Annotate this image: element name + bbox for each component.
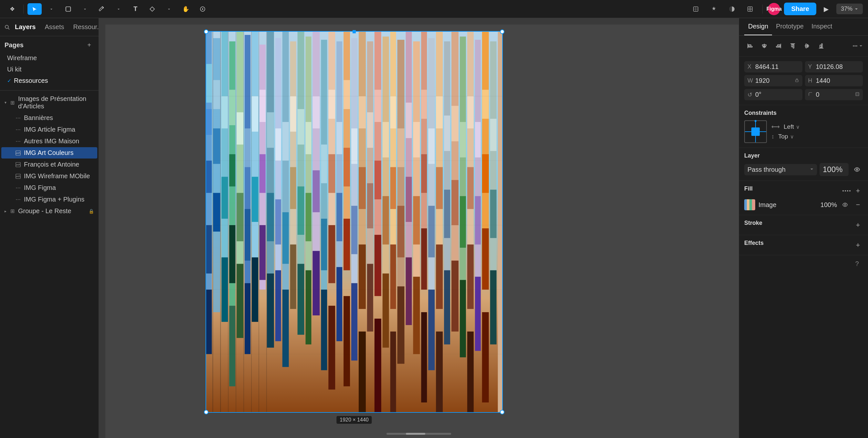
align-bottom-btn[interactable] xyxy=(815,40,827,52)
canvas-scrollbar[interactable] xyxy=(386,433,451,435)
fill-swatch[interactable] xyxy=(744,199,755,210)
w-field[interactable]: W 1920 xyxy=(744,75,802,86)
align-right-btn[interactable] xyxy=(773,40,784,52)
lock-ratio-icon[interactable] xyxy=(795,78,799,84)
fill-remove-btn[interactable]: − xyxy=(853,200,863,210)
corner-handle-br[interactable] xyxy=(500,410,504,414)
align-center-h-btn[interactable] xyxy=(758,40,770,52)
horizontal-constraint[interactable]: ⟷ Left ∨ xyxy=(771,123,800,130)
svg-rect-135 xyxy=(406,258,412,325)
vertical-constraint[interactable]: ↕ Top ∨ xyxy=(771,133,800,140)
user-avatar[interactable]: Figma xyxy=(768,3,780,15)
layer-img-figma-plugins[interactable]: ⋯ IMG Figma + Plugins xyxy=(1,194,97,205)
mid-top-handle[interactable] xyxy=(352,30,356,33)
y-field[interactable]: Y 10126.08 xyxy=(805,61,863,72)
plugins-tool[interactable] xyxy=(707,3,721,15)
svg-rect-98 xyxy=(343,148,350,187)
svg-rect-144 xyxy=(421,312,427,402)
zoom-button[interactable]: 37% xyxy=(836,4,863,14)
layer-visibility-btn[interactable] xyxy=(851,164,863,175)
play-button[interactable]: ▶ xyxy=(820,3,833,15)
canvas-scrollbar-thumb[interactable] xyxy=(406,433,425,435)
right-panel: Design Prototype Inspect xyxy=(739,18,868,438)
pen-tool[interactable] xyxy=(95,3,109,15)
community-tool[interactable]: ❖ xyxy=(5,3,20,15)
align-left-btn[interactable] xyxy=(744,40,756,52)
align-more-btn[interactable] xyxy=(852,43,863,49)
canvas-frame[interactable]: 1920 × 1440 xyxy=(206,31,503,413)
corner-handle-tl[interactable] xyxy=(204,29,209,34)
page-wireframe[interactable]: Wireframe xyxy=(4,52,94,64)
tab-layers[interactable]: Layers xyxy=(11,21,40,33)
svg-rect-66 xyxy=(282,290,289,367)
svg-rect-42 xyxy=(237,264,243,338)
svg-rect-132 xyxy=(406,32,412,276)
crop-tool[interactable] xyxy=(743,3,757,15)
canvas-area[interactable]: 1920 × 1440 xyxy=(99,18,739,438)
corner-handle-bl[interactable] xyxy=(204,410,209,414)
fill-title: Fill xyxy=(744,185,753,192)
fill-visibility-btn[interactable] xyxy=(840,200,850,210)
x-field[interactable]: X 8464.11 xyxy=(744,61,802,72)
layer-img-article-figma[interactable]: ⋯ IMG Article Figma xyxy=(1,124,97,135)
page-uikit[interactable]: Ui kit xyxy=(4,64,94,75)
svg-rect-225 xyxy=(747,199,749,210)
rotation-field[interactable]: ↺ 0° xyxy=(744,89,802,100)
layer-group-images[interactable]: ▾ ⊞ Images de Présentation d'Articles xyxy=(0,93,99,112)
share-button[interactable]: Share xyxy=(784,3,816,15)
text-tool[interactable]: T xyxy=(128,3,143,15)
select-tool-more[interactable] xyxy=(44,3,59,15)
layer-group-reste[interactable]: ▸ ⊞ Groupe - Le Reste 🔒 xyxy=(0,205,99,217)
layer-autres-img[interactable]: ⋯ Autres IMG Maison xyxy=(1,136,97,147)
layer-img-wireframe-mobile-icon xyxy=(15,173,21,179)
svg-rect-174 xyxy=(475,276,481,351)
corner-handle-tr[interactable] xyxy=(500,29,504,34)
svg-rect-57 xyxy=(267,193,274,241)
component-tool-more[interactable] xyxy=(162,3,176,15)
frame-tool-more[interactable] xyxy=(78,3,92,15)
svg-rect-92 xyxy=(336,41,342,306)
svg-rect-22 xyxy=(206,109,212,135)
opacity-field[interactable]: 100% xyxy=(819,163,848,176)
fill-more-btn[interactable] xyxy=(842,190,850,192)
tab-inspect[interactable]: Inspect xyxy=(808,18,836,35)
svg-rect-27 xyxy=(213,80,220,109)
layer-bannieres[interactable]: ⋯ Bannières xyxy=(1,112,97,123)
svg-rect-226 xyxy=(749,199,752,210)
resize-icon[interactable] xyxy=(855,92,860,98)
fill-type-value: Image xyxy=(758,201,817,209)
component-tool[interactable] xyxy=(145,3,159,15)
toolbar-divider-2 xyxy=(762,4,763,13)
help-button[interactable]: ? xyxy=(851,258,863,269)
layer-img-figma[interactable]: ⋯ IMG Figma xyxy=(1,182,97,194)
fill-add-btn[interactable]: + xyxy=(853,186,863,196)
resize-tool[interactable] xyxy=(689,3,703,15)
stroke-add-btn[interactable]: + xyxy=(853,220,863,230)
tab-assets[interactable]: Assets xyxy=(41,21,68,33)
h-field[interactable]: H 1440 xyxy=(805,75,863,86)
tab-design[interactable]: Design xyxy=(744,18,772,35)
toolbar-divider-1 xyxy=(23,4,24,13)
add-page-button[interactable]: + xyxy=(84,40,94,50)
effects-add-btn[interactable]: + xyxy=(853,240,863,250)
blend-mode-select[interactable]: Pass through xyxy=(744,164,817,175)
theme-tool[interactable] xyxy=(725,3,739,15)
layer-img-wireframe-mobile[interactable]: IMG Wireframe MObile xyxy=(1,171,97,182)
page-ressources[interactable]: ✓ Ressources xyxy=(4,75,94,86)
pen-tool-more[interactable] xyxy=(112,3,126,15)
tab-prototype[interactable]: Prototype xyxy=(772,18,808,35)
select-tool[interactable] xyxy=(28,3,42,15)
svg-point-228 xyxy=(844,204,846,206)
align-top-btn[interactable] xyxy=(787,40,799,52)
search-icon[interactable] xyxy=(4,22,10,33)
comment-tool[interactable] xyxy=(195,3,210,15)
frame-tool[interactable] xyxy=(61,3,75,15)
layer-img-art-couleurs[interactable]: IMG Art Couleurs xyxy=(1,147,97,158)
svg-rect-182 xyxy=(490,189,497,238)
layer-francois-antoine[interactable]: François et Antoine xyxy=(1,159,97,170)
svg-rect-122 xyxy=(383,273,389,347)
radius-field[interactable]: 0 xyxy=(805,89,863,100)
svg-rect-79 xyxy=(312,32,319,273)
hand-tool[interactable]: ✋ xyxy=(179,3,193,15)
align-middle-btn[interactable] xyxy=(801,40,813,52)
